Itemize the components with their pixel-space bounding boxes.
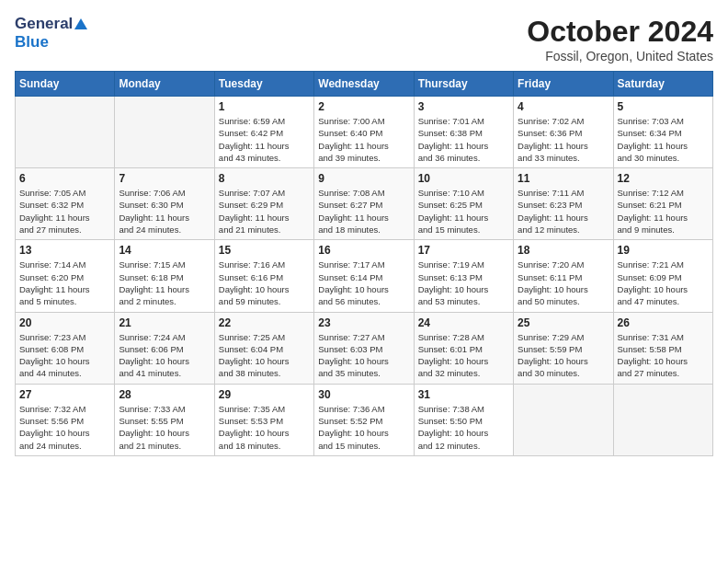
day-info: Sunrise: 7:05 AM Sunset: 6:32 PM Dayligh… bbox=[19, 187, 110, 236]
calendar-cell-w2-d2: 7Sunrise: 7:06 AM Sunset: 6:30 PM Daylig… bbox=[115, 168, 214, 240]
calendar-cell-w5-d1: 27Sunrise: 7:32 AM Sunset: 5:56 PM Dayli… bbox=[16, 384, 115, 455]
day-info: Sunrise: 7:27 AM Sunset: 6:03 PM Dayligh… bbox=[318, 331, 409, 380]
calendar-cell-w3-d7: 19Sunrise: 7:21 AM Sunset: 6:09 PM Dayli… bbox=[613, 240, 712, 312]
calendar-cell-w2-d3: 8Sunrise: 7:07 AM Sunset: 6:29 PM Daylig… bbox=[214, 168, 313, 240]
day-info: Sunrise: 7:24 AM Sunset: 6:06 PM Dayligh… bbox=[119, 331, 210, 380]
calendar-cell-w2-d7: 12Sunrise: 7:12 AM Sunset: 6:21 PM Dayli… bbox=[613, 168, 712, 240]
day-number: 13 bbox=[19, 244, 110, 257]
calendar-cell-w3-d4: 16Sunrise: 7:17 AM Sunset: 6:14 PM Dayli… bbox=[314, 240, 414, 312]
page-header: General Blue October 2024 Fossil, Oregon… bbox=[15, 15, 713, 63]
calendar-cell-w3-d6: 18Sunrise: 7:20 AM Sunset: 6:11 PM Dayli… bbox=[514, 240, 613, 312]
day-info: Sunrise: 7:01 AM Sunset: 6:38 PM Dayligh… bbox=[418, 115, 509, 164]
calendar-cell-w5-d6 bbox=[514, 384, 613, 455]
day-number: 2 bbox=[318, 100, 409, 113]
day-info: Sunrise: 7:12 AM Sunset: 6:21 PM Dayligh… bbox=[618, 187, 709, 236]
day-info: Sunrise: 7:20 AM Sunset: 6:11 PM Dayligh… bbox=[518, 259, 609, 307]
day-number: 7 bbox=[119, 172, 210, 185]
day-info: Sunrise: 7:06 AM Sunset: 6:30 PM Dayligh… bbox=[119, 187, 210, 236]
day-info: Sunrise: 7:25 AM Sunset: 6:04 PM Dayligh… bbox=[219, 331, 310, 380]
day-number: 23 bbox=[318, 316, 409, 329]
day-info: Sunrise: 7:00 AM Sunset: 6:40 PM Dayligh… bbox=[318, 115, 409, 164]
day-number: 3 bbox=[418, 100, 509, 113]
day-number: 28 bbox=[119, 388, 210, 401]
day-info: Sunrise: 7:17 AM Sunset: 6:14 PM Dayligh… bbox=[318, 259, 409, 307]
day-number: 1 bbox=[219, 100, 310, 113]
calendar-cell-w4-d3: 22Sunrise: 7:25 AM Sunset: 6:04 PM Dayli… bbox=[214, 312, 313, 384]
calendar-cell-w4-d2: 21Sunrise: 7:24 AM Sunset: 6:06 PM Dayli… bbox=[115, 312, 214, 384]
calendar-cell-w4-d5: 24Sunrise: 7:28 AM Sunset: 6:01 PM Dayli… bbox=[414, 312, 513, 384]
calendar-cell-w5-d2: 28Sunrise: 7:33 AM Sunset: 5:55 PM Dayli… bbox=[115, 384, 214, 455]
day-info: Sunrise: 7:15 AM Sunset: 6:18 PM Dayligh… bbox=[119, 259, 210, 307]
day-info: Sunrise: 7:28 AM Sunset: 6:01 PM Dayligh… bbox=[418, 331, 509, 380]
calendar-cell-w1-d3: 1Sunrise: 6:59 AM Sunset: 6:42 PM Daylig… bbox=[214, 97, 313, 168]
day-number: 15 bbox=[219, 244, 310, 257]
calendar-cell-w3-d1: 13Sunrise: 7:14 AM Sunset: 6:20 PM Dayli… bbox=[16, 240, 115, 312]
logo-general-line: General bbox=[15, 15, 87, 33]
day-info: Sunrise: 7:21 AM Sunset: 6:09 PM Dayligh… bbox=[618, 259, 709, 307]
day-number: 8 bbox=[219, 172, 310, 185]
calendar-week-3: 13Sunrise: 7:14 AM Sunset: 6:20 PM Dayli… bbox=[16, 240, 713, 312]
day-info: Sunrise: 7:08 AM Sunset: 6:27 PM Dayligh… bbox=[318, 187, 409, 236]
header-sunday: Sunday bbox=[16, 72, 115, 97]
day-info: Sunrise: 7:02 AM Sunset: 6:36 PM Dayligh… bbox=[518, 115, 609, 164]
logo-blue-text: Blue bbox=[15, 33, 87, 52]
header-tuesday: Tuesday bbox=[214, 72, 313, 97]
calendar-cell-w2-d1: 6Sunrise: 7:05 AM Sunset: 6:32 PM Daylig… bbox=[16, 168, 115, 240]
calendar-cell-w2-d4: 9Sunrise: 7:08 AM Sunset: 6:27 PM Daylig… bbox=[314, 168, 414, 240]
header-monday: Monday bbox=[115, 72, 214, 97]
calendar-week-2: 6Sunrise: 7:05 AM Sunset: 6:32 PM Daylig… bbox=[16, 168, 713, 240]
logo-general-text: General bbox=[15, 15, 73, 33]
day-number: 4 bbox=[518, 100, 609, 113]
day-number: 25 bbox=[518, 316, 609, 329]
day-number: 11 bbox=[518, 172, 609, 185]
day-info: Sunrise: 6:59 AM Sunset: 6:42 PM Dayligh… bbox=[219, 115, 310, 164]
day-info: Sunrise: 7:16 AM Sunset: 6:16 PM Dayligh… bbox=[219, 259, 310, 307]
calendar-cell-w5-d7 bbox=[613, 384, 712, 455]
title-area: October 2024 Fossil, Oregon, United Stat… bbox=[527, 15, 713, 63]
day-info: Sunrise: 7:03 AM Sunset: 6:34 PM Dayligh… bbox=[618, 115, 709, 164]
day-number: 21 bbox=[119, 316, 210, 329]
day-number: 26 bbox=[618, 316, 709, 329]
day-number: 9 bbox=[318, 172, 409, 185]
day-number: 10 bbox=[418, 172, 509, 185]
day-info: Sunrise: 7:29 AM Sunset: 5:59 PM Dayligh… bbox=[518, 331, 609, 380]
calendar-cell-w3-d2: 14Sunrise: 7:15 AM Sunset: 6:18 PM Dayli… bbox=[115, 240, 214, 312]
calendar-week-5: 27Sunrise: 7:32 AM Sunset: 5:56 PM Dayli… bbox=[16, 384, 713, 455]
day-info: Sunrise: 7:19 AM Sunset: 6:13 PM Dayligh… bbox=[418, 259, 509, 307]
day-info: Sunrise: 7:11 AM Sunset: 6:23 PM Dayligh… bbox=[518, 187, 609, 236]
calendar-cell-w1-d2 bbox=[115, 97, 214, 168]
calendar-week-1: 1Sunrise: 6:59 AM Sunset: 6:42 PM Daylig… bbox=[16, 97, 713, 168]
calendar-cell-w3-d5: 17Sunrise: 7:19 AM Sunset: 6:13 PM Dayli… bbox=[414, 240, 513, 312]
header-saturday: Saturday bbox=[613, 72, 712, 97]
day-info: Sunrise: 7:10 AM Sunset: 6:25 PM Dayligh… bbox=[418, 187, 509, 236]
day-number: 19 bbox=[618, 244, 709, 257]
header-friday: Friday bbox=[514, 72, 613, 97]
day-info: Sunrise: 7:32 AM Sunset: 5:56 PM Dayligh… bbox=[19, 403, 110, 452]
day-info: Sunrise: 7:33 AM Sunset: 5:55 PM Dayligh… bbox=[119, 403, 210, 452]
calendar-cell-w2-d5: 10Sunrise: 7:10 AM Sunset: 6:25 PM Dayli… bbox=[414, 168, 513, 240]
day-number: 20 bbox=[19, 316, 110, 329]
day-info: Sunrise: 7:07 AM Sunset: 6:29 PM Dayligh… bbox=[219, 187, 310, 236]
calendar-cell-w1-d4: 2Sunrise: 7:00 AM Sunset: 6:40 PM Daylig… bbox=[314, 97, 414, 168]
calendar-cell-w5-d3: 29Sunrise: 7:35 AM Sunset: 5:53 PM Dayli… bbox=[214, 384, 313, 455]
calendar-cell-w4-d6: 25Sunrise: 7:29 AM Sunset: 5:59 PM Dayli… bbox=[514, 312, 613, 384]
calendar-cell-w1-d5: 3Sunrise: 7:01 AM Sunset: 6:38 PM Daylig… bbox=[414, 97, 513, 168]
location-subtitle: Fossil, Oregon, United States bbox=[527, 49, 713, 63]
calendar-cell-w4-d7: 26Sunrise: 7:31 AM Sunset: 5:58 PM Dayli… bbox=[613, 312, 712, 384]
month-title: October 2024 bbox=[527, 15, 713, 49]
day-number: 6 bbox=[19, 172, 110, 185]
day-number: 14 bbox=[119, 244, 210, 257]
calendar-cell-w4-d1: 20Sunrise: 7:23 AM Sunset: 6:08 PM Dayli… bbox=[16, 312, 115, 384]
calendar-week-4: 20Sunrise: 7:23 AM Sunset: 6:08 PM Dayli… bbox=[16, 312, 713, 384]
day-info: Sunrise: 7:23 AM Sunset: 6:08 PM Dayligh… bbox=[19, 331, 110, 380]
day-number: 27 bbox=[19, 388, 110, 401]
day-info: Sunrise: 7:35 AM Sunset: 5:53 PM Dayligh… bbox=[219, 403, 310, 452]
calendar-table: Sunday Monday Tuesday Wednesday Thursday… bbox=[15, 71, 713, 456]
day-number: 16 bbox=[318, 244, 409, 257]
logo: General Blue bbox=[15, 15, 87, 52]
calendar-cell-w2-d6: 11Sunrise: 7:11 AM Sunset: 6:23 PM Dayli… bbox=[514, 168, 613, 240]
day-number: 5 bbox=[618, 100, 709, 113]
calendar-cell-w5-d5: 31Sunrise: 7:38 AM Sunset: 5:50 PM Dayli… bbox=[414, 384, 513, 455]
logo-triangle-icon bbox=[74, 18, 87, 29]
calendar-cell-w1-d6: 4Sunrise: 7:02 AM Sunset: 6:36 PM Daylig… bbox=[514, 97, 613, 168]
